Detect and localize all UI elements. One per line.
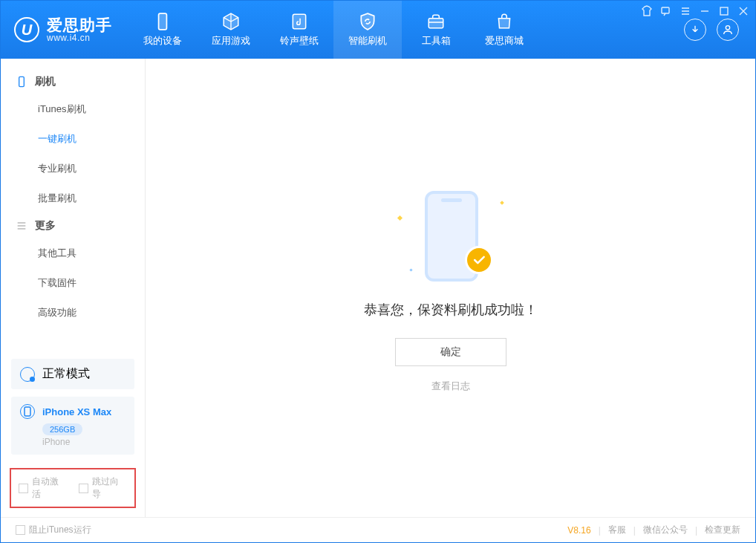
mode-status-icon xyxy=(20,367,35,382)
device-name: iPhone XS Max xyxy=(42,406,111,417)
sidebar-item-itunes-flash[interactable]: iTunes刷机 xyxy=(1,94,145,124)
sidebar-group-flash: 刷机 xyxy=(1,69,145,94)
sparkle-icon xyxy=(409,268,412,271)
maximize-icon[interactable] xyxy=(718,5,730,17)
svg-rect-6 xyxy=(19,77,25,86)
nav-smart-flash[interactable]: 智能刷机 xyxy=(333,1,402,59)
app-header: U 爱思助手 www.i4.cn 我的设备 应用游戏 铃声壁纸 智能刷机 xyxy=(1,1,755,59)
device-icon xyxy=(153,12,172,31)
nav-label: 我的设备 xyxy=(143,34,182,48)
flash-options-highlighted: 自动激活 跳过向导 xyxy=(10,468,136,508)
svg-rect-5 xyxy=(720,7,728,15)
opt-label: 阻止iTunes运行 xyxy=(29,524,91,536)
sidebar: 刷机 iTunes刷机 一键刷机 专业刷机 批量刷机 更多 其他工具 下载固件 … xyxy=(1,59,146,517)
download-icon xyxy=(689,24,701,36)
minimize-icon[interactable] xyxy=(699,5,711,17)
nav-store[interactable]: 爱思商城 xyxy=(470,1,538,59)
download-button[interactable] xyxy=(684,19,706,41)
account-button[interactable] xyxy=(717,19,739,41)
success-message: 恭喜您，保资料刷机成功啦！ xyxy=(364,301,538,319)
top-nav: 我的设备 应用游戏 铃声壁纸 智能刷机 工具箱 爱思商城 xyxy=(128,1,538,59)
toolbox-icon xyxy=(426,12,446,31)
brand-name: 爱思助手 xyxy=(47,16,112,33)
sidebar-item-batch-flash[interactable]: 批量刷机 xyxy=(1,183,145,213)
footer-link-service[interactable]: 客服 xyxy=(608,524,626,536)
separator: | xyxy=(633,525,636,536)
footer-link-wechat[interactable]: 微信公众号 xyxy=(643,524,688,536)
separator: | xyxy=(599,525,601,536)
opt-skip-guide[interactable]: 跳过向导 xyxy=(79,475,127,501)
checkbox-icon xyxy=(19,484,28,493)
svg-rect-4 xyxy=(662,7,669,13)
device-storage: 256GB xyxy=(42,423,82,435)
sidebar-item-oneclick-flash[interactable]: 一键刷机 xyxy=(1,124,145,154)
phone-badge-icon xyxy=(20,404,35,419)
sparkle-icon xyxy=(500,201,504,205)
separator: | xyxy=(695,525,697,536)
device-panel: 正常模式 iPhone XS Max 256GB iPhone xyxy=(11,359,134,455)
svg-rect-1 xyxy=(293,14,305,29)
svg-rect-0 xyxy=(159,13,167,30)
feedback-icon[interactable] xyxy=(660,5,672,17)
skin-icon[interactable] xyxy=(641,5,653,17)
nav-toolbox[interactable]: 工具箱 xyxy=(402,1,470,59)
success-illustration xyxy=(388,183,514,287)
sidebar-item-other-tools[interactable]: 其他工具 xyxy=(1,238,145,268)
mode-card[interactable]: 正常模式 xyxy=(11,359,134,389)
nav-ringtones-wallpapers[interactable]: 铃声壁纸 xyxy=(265,1,333,59)
opt-auto-activate[interactable]: 自动激活 xyxy=(19,475,67,501)
nav-label: 爱思商城 xyxy=(485,34,524,48)
main-content: 恭喜您，保资料刷机成功啦！ 确定 查看日志 xyxy=(146,59,755,517)
checkbox-icon xyxy=(79,484,88,493)
sidebar-item-advanced[interactable]: 高级功能 xyxy=(1,298,145,328)
nav-apps-games[interactable]: 应用游戏 xyxy=(197,1,265,59)
nav-label: 铃声壁纸 xyxy=(280,34,319,48)
version-label: V8.16 xyxy=(567,525,590,536)
status-bar: 阻止iTunes运行 V8.16 | 客服 | 微信公众号 | 检查更新 xyxy=(1,517,755,542)
sidebar-group-label: 刷机 xyxy=(35,75,56,88)
nav-label: 应用游戏 xyxy=(212,34,250,48)
device-type: iPhone xyxy=(42,437,126,447)
user-icon xyxy=(722,24,734,36)
sparkle-icon xyxy=(397,215,402,220)
music-file-icon xyxy=(290,12,309,31)
shield-sync-icon xyxy=(358,12,377,31)
opt-label: 跳过向导 xyxy=(92,475,127,501)
bag-icon xyxy=(495,12,514,31)
success-check-icon xyxy=(465,246,493,274)
phone-outline-icon xyxy=(16,76,27,88)
opt-block-itunes[interactable]: 阻止iTunes运行 xyxy=(16,524,91,536)
window-controls xyxy=(641,5,749,17)
nav-label: 工具箱 xyxy=(422,34,451,48)
sidebar-group-label: 更多 xyxy=(35,219,56,233)
brand-url: www.i4.cn xyxy=(47,33,112,43)
footer-link-update[interactable]: 检查更新 xyxy=(705,524,740,536)
brand-logo-icon: U xyxy=(14,17,39,42)
nav-my-device[interactable]: 我的设备 xyxy=(128,1,197,59)
sidebar-group-more: 更多 xyxy=(1,213,145,238)
sidebar-item-pro-flash[interactable]: 专业刷机 xyxy=(1,154,145,183)
app-window: U 爱思助手 www.i4.cn 我的设备 应用游戏 铃声壁纸 智能刷机 xyxy=(0,0,756,543)
svg-rect-7 xyxy=(25,407,30,416)
svg-rect-2 xyxy=(428,19,443,28)
svg-point-3 xyxy=(726,26,729,30)
menu-icon[interactable] xyxy=(680,5,691,17)
mode-label: 正常模式 xyxy=(42,366,90,382)
brand-area[interactable]: U 爱思助手 www.i4.cn xyxy=(1,1,128,59)
close-icon[interactable] xyxy=(737,5,749,17)
sidebar-item-download-firmware[interactable]: 下载固件 xyxy=(1,268,145,298)
list-icon xyxy=(16,220,27,232)
ok-button[interactable]: 确定 xyxy=(395,338,506,366)
app-body: 刷机 iTunes刷机 一键刷机 专业刷机 批量刷机 更多 其他工具 下载固件 … xyxy=(1,59,755,517)
checkbox-icon xyxy=(16,525,25,535)
cube-icon xyxy=(221,12,241,31)
opt-label: 自动激活 xyxy=(32,475,67,501)
device-card[interactable]: iPhone XS Max 256GB iPhone xyxy=(11,397,134,455)
view-log-link[interactable]: 查看日志 xyxy=(431,380,470,393)
nav-label: 智能刷机 xyxy=(348,34,387,48)
